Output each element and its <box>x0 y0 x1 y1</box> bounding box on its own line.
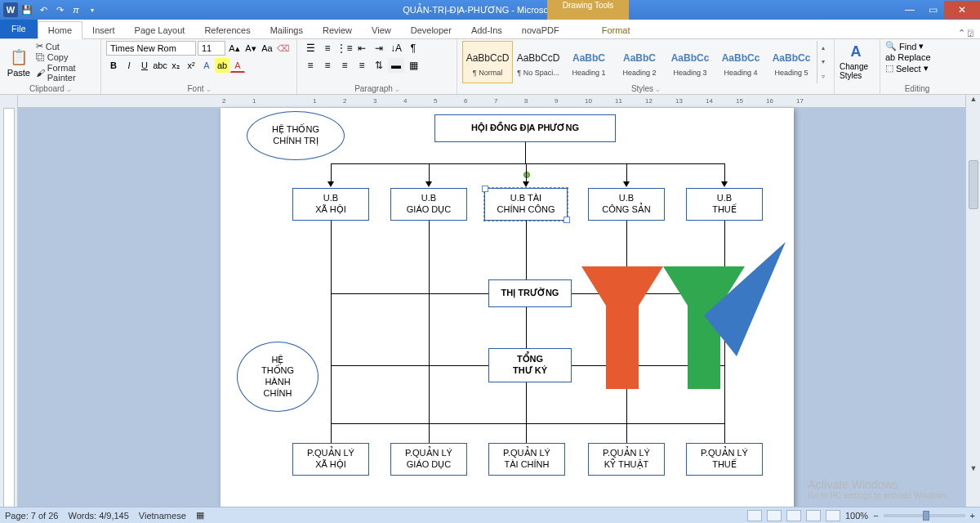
numbering-button[interactable]: ≡ <box>319 41 336 56</box>
dec-indent-button[interactable]: ⇤ <box>354 41 370 56</box>
text-effects-button[interactable]: A <box>199 58 214 73</box>
zoom-in-button[interactable]: + <box>970 511 975 521</box>
underline-button[interactable]: U <box>137 58 152 73</box>
document-area[interactable]: 211234567891011121314151617 HỆ THỐNG CHÍ… <box>18 95 965 507</box>
qat-redo-icon[interactable]: ↷ <box>52 2 67 17</box>
page-canvas[interactable]: HỆ THỐNG CHÍNH TRỊ HỆ THỐNG HÀNH CHÍNH H… <box>220 108 794 507</box>
style-item[interactable]: AaBbCcHeading 3 <box>665 41 715 83</box>
justify-button[interactable]: ≡ <box>354 58 370 73</box>
line-spacing-button[interactable]: ⇅ <box>371 58 387 73</box>
status-words[interactable]: Words: 4/9,145 <box>68 511 128 521</box>
replace-button[interactable]: abReplace <box>885 52 949 62</box>
tab-review[interactable]: Review <box>313 22 362 38</box>
font-color-button[interactable]: A <box>230 58 245 73</box>
bullets-button[interactable]: ☰ <box>302 41 318 56</box>
tab-mailings[interactable]: Mailings <box>261 22 313 38</box>
select-button[interactable]: ⬚Select ▾ <box>885 63 949 74</box>
tab-addins[interactable]: Add-Ins <box>461 22 512 38</box>
copy-button[interactable]: ⿻Copy <box>36 52 96 62</box>
shape-ellipse-admin[interactable]: HỆ THỐNG HÀNH CHÍNH <box>237 342 318 412</box>
style-item[interactable]: AaBbCHeading 2 <box>614 41 665 83</box>
styles-more-button[interactable]: ▴▾▿ <box>817 41 828 83</box>
scroll-down-icon[interactable]: ▼ <box>966 464 980 477</box>
change-case-button[interactable]: Aa <box>260 41 274 56</box>
view-outline-button[interactable] <box>806 510 821 521</box>
tab-novapdf[interactable]: novaPDF <box>512 22 569 38</box>
shape-box-pql-3[interactable]: P.QUẢN LÝ TÀI CHÍNH <box>488 443 565 476</box>
shrink-font-button[interactable]: A▾ <box>243 41 258 56</box>
shape-box-pql-1[interactable]: P.QUẢN LÝ XÃ HỘI <box>292 443 369 476</box>
zoom-level[interactable]: 100% <box>845 511 868 521</box>
format-painter-button[interactable]: 🖌Format Painter <box>36 63 96 83</box>
scroll-thumb[interactable] <box>969 160 978 209</box>
file-tab[interactable]: File <box>0 19 38 38</box>
view-web-layout-button[interactable] <box>786 510 801 521</box>
shape-box-ub-1[interactable]: U.B XÃ HỘI <box>292 188 369 221</box>
rotation-handle[interactable] <box>523 172 530 178</box>
qat-more-icon[interactable]: ▾ <box>85 2 100 17</box>
view-draft-button[interactable] <box>826 510 840 521</box>
tab-view[interactable]: View <box>362 22 401 38</box>
styles-gallery[interactable]: AaBbCcD¶ NormalAaBbCcD¶ No Spaci...AaBbC… <box>462 41 817 83</box>
style-item[interactable]: AaBbCcD¶ No Spaci... <box>513 41 564 83</box>
ribbon-minimize-icon[interactable]: ⌃ ⍰ <box>958 28 980 38</box>
font-name-combo[interactable] <box>106 41 196 56</box>
view-full-screen-button[interactable] <box>767 510 782 521</box>
shape-box-ub-2[interactable]: U.B GIÁO DỤC <box>390 188 467 221</box>
italic-button[interactable]: I <box>122 58 136 73</box>
show-marks-button[interactable]: ¶ <box>405 41 421 56</box>
close-button[interactable]: ✕ <box>944 1 980 19</box>
qat-save-icon[interactable]: 💾 <box>20 2 34 17</box>
minimize-button[interactable]: — <box>898 1 921 19</box>
cut-button[interactable]: ✂Cut <box>36 41 96 51</box>
qat-equation-icon[interactable]: π <box>69 2 83 17</box>
shape-box-pql-2[interactable]: P.QUẢN LÝ GIÁO DỤC <box>390 443 467 476</box>
view-print-layout-button[interactable] <box>747 510 762 521</box>
highlight-button[interactable]: ab <box>215 58 229 73</box>
status-language[interactable]: Vietnamese <box>139 511 186 521</box>
shape-box-ub-3-selected[interactable]: U.B TÀI CHÍNH CÔNG <box>484 188 568 221</box>
zoom-out-button[interactable]: − <box>873 511 878 521</box>
tab-references[interactable]: References <box>194 22 260 38</box>
scroll-up-icon[interactable]: ▲ <box>966 95 980 108</box>
clear-format-button[interactable]: ⌫ <box>276 41 291 56</box>
style-item[interactable]: AaBbCcD¶ Normal <box>462 41 513 83</box>
align-right-button[interactable]: ≡ <box>336 58 353 73</box>
status-page[interactable]: Page: 7 of 26 <box>5 511 58 521</box>
shape-box-ub-4[interactable]: U.B CÔNG SẢN <box>588 188 665 221</box>
tab-home[interactable]: Home <box>38 21 82 39</box>
align-center-button[interactable]: ≡ <box>319 58 336 73</box>
shape-box-secretary[interactable]: TỔNG THƯ KÝ <box>488 348 572 382</box>
multilevel-button[interactable]: ⋮≡ <box>336 41 353 56</box>
style-item[interactable]: AaBbCcHeading 4 <box>715 41 766 83</box>
subscript-button[interactable]: x₂ <box>168 58 183 73</box>
superscript-button[interactable]: x² <box>184 58 198 73</box>
tab-insert[interactable]: Insert <box>82 22 125 38</box>
tab-page-layout[interactable]: Page Layout <box>125 22 195 38</box>
find-button[interactable]: 🔍Find ▾ <box>885 41 949 51</box>
status-macro-icon[interactable]: ▦ <box>196 510 204 521</box>
shape-box-top[interactable]: HỘI ĐỒNG ĐỊA PHƯƠNG <box>434 114 616 142</box>
tab-developer[interactable]: Developer <box>401 22 461 38</box>
shape-box-market[interactable]: THỊ TRƯỜNG <box>488 279 572 307</box>
shape-box-pql-4[interactable]: P.QUẢN LÝ KỸ THUẬT <box>588 443 665 476</box>
style-item[interactable]: AaBbCHeading 1 <box>564 41 614 83</box>
vertical-scrollbar[interactable]: ▲ ▼ <box>965 95 980 507</box>
strike-button[interactable]: abc <box>153 58 167 73</box>
tab-format[interactable]: Format <box>592 22 640 38</box>
maximize-button[interactable]: ▭ <box>921 1 944 19</box>
borders-button[interactable]: ▦ <box>405 58 421 73</box>
shape-box-ub-5[interactable]: U.B THUẾ <box>686 188 763 221</box>
zoom-slider[interactable] <box>884 514 965 517</box>
change-styles-button[interactable]: A Change Styles <box>840 41 872 80</box>
paste-button[interactable]: 📋 Paste <box>5 41 33 83</box>
grow-font-button[interactable]: A▴ <box>227 41 242 56</box>
sort-button[interactable]: ↓A <box>388 41 404 56</box>
style-item[interactable]: AaBbCcHeading 5 <box>766 41 817 83</box>
font-size-combo[interactable] <box>198 41 225 56</box>
inc-indent-button[interactable]: ⇥ <box>371 41 387 56</box>
shading-button[interactable]: ▬ <box>388 58 404 73</box>
shape-ellipse-political[interactable]: HỆ THỐNG CHÍNH TRỊ <box>247 111 345 160</box>
bold-button[interactable]: B <box>106 58 121 73</box>
align-left-button[interactable]: ≡ <box>302 58 318 73</box>
